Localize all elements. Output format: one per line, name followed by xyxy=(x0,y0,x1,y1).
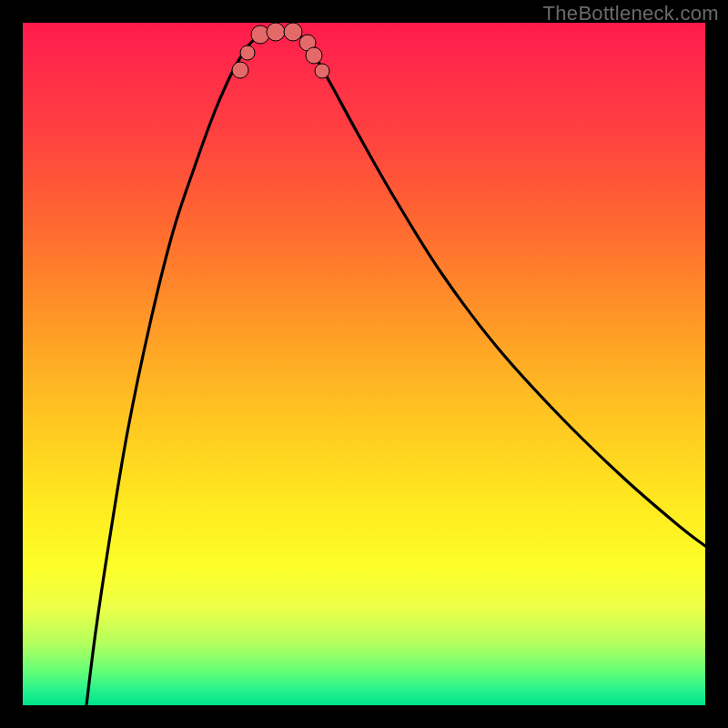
data-marker xyxy=(284,23,302,41)
watermark-text: TheBottleneck.com xyxy=(543,2,719,25)
bottleneck-curve xyxy=(86,31,705,705)
chart-frame: TheBottleneck.com xyxy=(0,0,728,728)
data-marker xyxy=(267,23,285,41)
curve-svg xyxy=(23,23,705,705)
data-marker xyxy=(232,62,248,78)
data-marker xyxy=(240,46,255,60)
data-marker xyxy=(315,64,329,78)
plot-area xyxy=(23,23,705,705)
curve-markers xyxy=(232,23,329,78)
data-marker xyxy=(306,47,322,64)
